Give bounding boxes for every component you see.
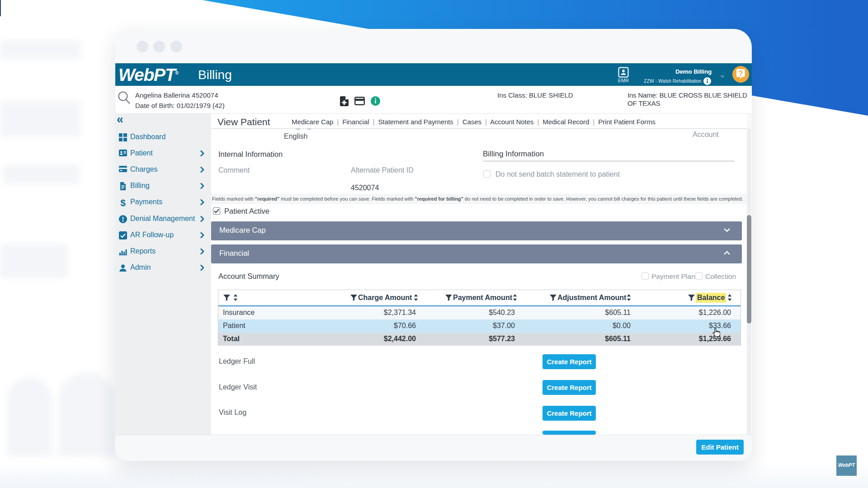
svg-text:$: $: [120, 198, 126, 207]
svg-text:?: ?: [738, 70, 743, 77]
